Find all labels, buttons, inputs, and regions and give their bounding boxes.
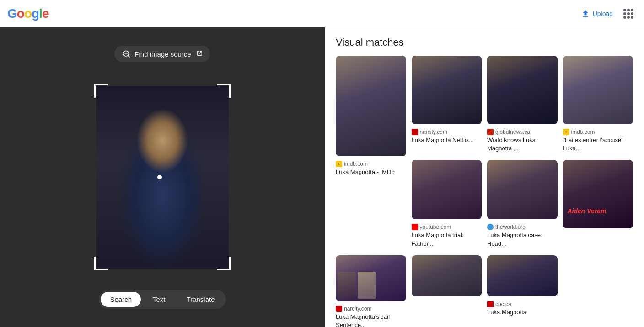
result-source-5: youtube.com — [412, 224, 482, 230]
tab-translate[interactable]: Translate — [177, 292, 224, 307]
bottom-tabs: Search Text Translate — [99, 290, 225, 309]
crop-corner-tl — [94, 84, 108, 98]
result-meta-3: globalnews.ca World knows Luka Magnotta … — [487, 124, 558, 154]
source-name-5: youtube.com — [420, 224, 451, 230]
cbc-favicon — [487, 301, 494, 307]
source-name-4: imdb.com — [571, 129, 595, 135]
source-name-1: imdb.com — [344, 161, 368, 167]
crop-corner-br — [217, 257, 231, 270]
result-card-5[interactable]: youtube.com Luka Magnotta trial: Father.… — [412, 160, 482, 249]
result-card-6[interactable]: theworld.org Luka Magnotta case: Head... — [487, 160, 558, 249]
grid-icon — [623, 9, 633, 19]
result-meta-2: narcity.com Luka Magnotta Netflix... — [412, 124, 482, 146]
result-card-10[interactable]: cbc.ca Luka Magnotta — [487, 255, 558, 327]
source-name-8: narcity.com — [344, 306, 371, 312]
imdb-favicon-2: i — [563, 129, 569, 135]
left-panel: Find image source Search Text Translate — [0, 27, 325, 327]
result-source-1: i imdb.com — [336, 161, 406, 167]
source-name-2: narcity.com — [420, 129, 447, 135]
source-name-6: theworld.org — [495, 224, 526, 230]
source-name-3: globalnews.ca — [495, 129, 530, 135]
result-meta-4: i imdb.com "Faites entrer l'accusé" Luka… — [563, 124, 633, 154]
image-preview-container — [96, 86, 229, 269]
header: Google Upload — [0, 0, 644, 27]
google-apps-button[interactable] — [620, 5, 637, 22]
result-card-3[interactable]: globalnews.ca World knows Luka Magnotta … — [487, 56, 558, 154]
upload-icon — [581, 9, 590, 18]
find-image-source-label: Find image source — [134, 50, 191, 58]
right-panel: Visual matches i imdb.com Luka Magnotta … — [325, 27, 644, 327]
main-content: Find image source Search Text Translate … — [0, 27, 644, 327]
upload-button[interactable]: Upload — [581, 9, 613, 18]
result-card-2[interactable]: narcity.com Luka Magnotta Netflix... — [412, 56, 482, 154]
aiden-overlay-text: Aiden Veram — [568, 207, 606, 215]
tab-text[interactable]: Text — [144, 292, 175, 307]
result-source-6: theworld.org — [487, 224, 558, 230]
visual-matches-title: Visual matches — [336, 37, 633, 48]
result-source-2: narcity.com — [412, 129, 482, 135]
imdb-favicon-1: i — [336, 161, 342, 167]
result-card-1[interactable]: i imdb.com Luka Magnotta - IMDb — [336, 56, 406, 250]
result-title-4: "Faites entrer l'accusé" Luka... — [563, 136, 633, 153]
result-title-5: Luka Magnotta trial: Father... — [412, 231, 482, 248]
result-source-3: globalnews.ca — [487, 129, 558, 135]
results-grid: i imdb.com Luka Magnotta - IMDb narcity.… — [336, 56, 633, 327]
source-name-10: cbc.ca — [495, 301, 511, 307]
external-link-icon — [197, 50, 203, 58]
find-image-source-bar[interactable]: Find image source — [114, 46, 210, 62]
crop-corner-tr — [217, 84, 231, 98]
narcity-favicon-2 — [336, 306, 342, 312]
globalnews-favicon — [487, 129, 494, 135]
result-source-10: cbc.ca — [487, 301, 558, 307]
result-card-9[interactable] — [412, 255, 482, 327]
result-meta-10: cbc.ca Luka Magnotta — [487, 296, 558, 318]
result-meta-5: youtube.com Luka Magnotta trial: Father.… — [412, 219, 482, 249]
result-meta-6: theworld.org Luka Magnotta case: Head... — [487, 219, 558, 249]
header-right: Upload — [581, 5, 637, 22]
uploaded-image — [96, 86, 229, 269]
theworld-favicon — [487, 224, 494, 230]
crop-corner-bl — [94, 257, 108, 270]
google-logo: Google — [7, 6, 48, 21]
result-card-4[interactable]: i imdb.com "Faites entrer l'accusé" Luka… — [563, 56, 633, 154]
result-meta-1: i imdb.com Luka Magnotta - IMDb — [336, 156, 406, 178]
upload-label: Upload — [593, 10, 613, 17]
result-source-4: i imdb.com — [563, 129, 633, 135]
result-meta-8: narcity.com Luka Magnotta's Jail Sentenc… — [336, 301, 406, 327]
lens-icon — [122, 49, 131, 58]
result-title-3: World knows Luka Magnotta ... — [487, 136, 558, 153]
header-left: Google — [7, 6, 48, 21]
narcity-favicon-1 — [412, 129, 418, 135]
result-source-8: narcity.com — [336, 306, 406, 312]
result-card-8[interactable]: narcity.com Luka Magnotta's Jail Sentenc… — [336, 255, 406, 327]
result-title-10: Luka Magnotta — [487, 308, 558, 316]
result-title-8: Luka Magnotta's Jail Sentence... — [336, 313, 406, 327]
result-title-6: Luka Magnotta case: Head... — [487, 231, 558, 248]
focus-dot — [157, 175, 162, 179]
tab-search[interactable]: Search — [101, 292, 141, 307]
result-title-2: Luka Magnotta Netflix... — [412, 136, 482, 144]
result-title-1: Luka Magnotta - IMDb — [336, 168, 406, 176]
result-card-7[interactable]: Aiden Veram — [563, 160, 633, 249]
youtube-favicon — [412, 224, 418, 230]
